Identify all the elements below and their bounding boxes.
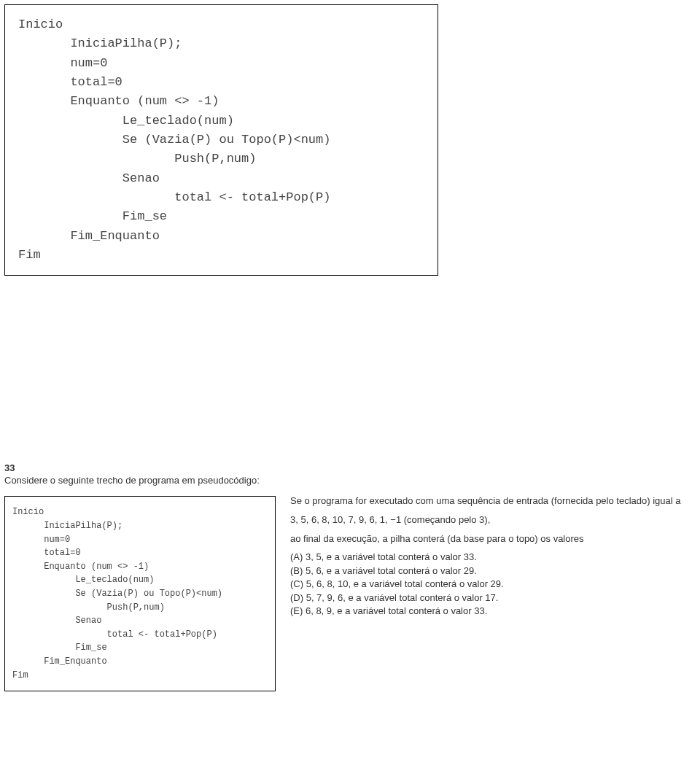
top-code-block: Inicio IniciaPilha(P); num=0 total=0 Enq… [4, 4, 438, 276]
answer-options: (A) 3, 5, e a variável total conterá o v… [290, 551, 688, 618]
input-sequence: 3, 5, 6, 8, 10, 7, 9, 6, 1, −1 (começand… [290, 513, 688, 527]
option-d: (D) 5, 7, 9, 6, e a variável total conte… [290, 591, 688, 605]
option-a: (A) 3, 5, e a variável total conterá o v… [290, 551, 688, 564]
option-b: (B) 5, 6, e a variável total conterá o v… [290, 564, 688, 578]
prompt-paragraph-1: Se o programa for executado com uma sequ… [290, 494, 688, 508]
spacer [0, 280, 692, 462]
question-text-column: Se o programa for executado com uma sequ… [280, 493, 692, 618]
bottom-code-block: Inicio IniciaPilha(P); num=0 total=0 Enq… [4, 496, 276, 691]
option-c: (C) 5, 6, 8, 10, e a variável total cont… [290, 578, 688, 591]
option-e: (E) 6, 8, 9, e a variável total conterá … [290, 605, 688, 618]
prompt-paragraph-2: ao final da execução, a pilha conterá (d… [290, 532, 688, 546]
bottom-row: Inicio IniciaPilha(P); num=0 total=0 Enq… [0, 493, 692, 696]
question-intro: Considere o seguinte trecho de programa … [4, 475, 692, 486]
question-number: 33 [4, 462, 692, 473]
